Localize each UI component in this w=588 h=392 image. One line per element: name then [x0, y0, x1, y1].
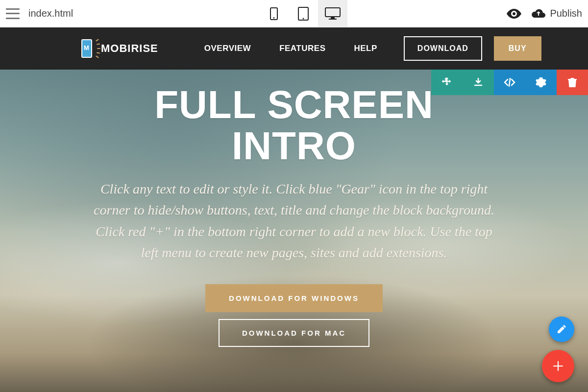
device-tablet-button[interactable]	[289, 0, 318, 27]
plus-icon	[552, 360, 564, 372]
hero-title[interactable]: FULL SCREEN INTRO	[0, 84, 588, 167]
menu-icon[interactable]	[6, 8, 20, 19]
tablet-icon	[298, 7, 309, 21]
device-phone-button[interactable]	[259, 0, 289, 27]
svg-point-3	[303, 18, 304, 19]
svg-rect-6	[329, 19, 337, 20]
cloud-upload-icon	[531, 8, 546, 19]
hero-content: FULL SCREEN INTRO Click any text to edit…	[0, 70, 588, 347]
svg-rect-4	[325, 8, 340, 17]
desktop-icon	[325, 7, 341, 20]
eye-icon	[507, 9, 521, 19]
hero-title-line-2: INTRO	[232, 124, 356, 168]
device-desktop-button[interactable]	[318, 0, 347, 27]
svg-rect-5	[331, 17, 335, 19]
phone-icon	[270, 7, 278, 20]
nav-help[interactable]: HELP	[342, 44, 389, 53]
hero-block: FULL SCREEN INTRO Click any text to edit…	[0, 70, 588, 392]
nav-download-button[interactable]: DOWNLOAD	[404, 36, 482, 61]
fab-edit-button[interactable]	[549, 317, 574, 342]
pencil-icon	[557, 324, 566, 334]
cta-mac-button[interactable]: DOWNLOAD FOR MAC	[219, 319, 369, 347]
nav-overview[interactable]: OVERVIEW	[193, 44, 263, 53]
publish-label: Publish	[550, 8, 582, 19]
brand[interactable]: MOBIRISE	[78, 38, 158, 59]
cta-group: DOWNLOAD FOR WINDOWS DOWNLOAD FOR MAC	[0, 284, 588, 347]
preview-button[interactable]	[507, 9, 521, 19]
nav-buy-button[interactable]: BUY	[494, 36, 541, 61]
svg-point-7	[513, 12, 515, 15]
app-bar-right: Publish	[507, 8, 582, 19]
cta-windows-button[interactable]: DOWNLOAD FOR WINDOWS	[205, 284, 383, 312]
fab-add-button[interactable]	[542, 350, 574, 382]
brand-label: MOBIRISE	[101, 42, 158, 55]
hero-title-line-1: FULL SCREEN	[154, 83, 434, 126]
nav-features[interactable]: FEATURES	[268, 44, 337, 53]
filename-label[interactable]: index.html	[28, 8, 73, 19]
hero-subtitle[interactable]: Click any text to edit or style it. Clic…	[91, 178, 497, 264]
svg-point-1	[273, 17, 275, 19]
app-bar: index.html Publish	[0, 0, 588, 27]
publish-button[interactable]: Publish	[531, 8, 582, 19]
site-nav: MOBIRISE OVERVIEW FEATURES HELP DOWNLOAD…	[0, 27, 588, 70]
device-switcher	[259, 0, 347, 27]
brand-logo-icon	[78, 38, 95, 59]
